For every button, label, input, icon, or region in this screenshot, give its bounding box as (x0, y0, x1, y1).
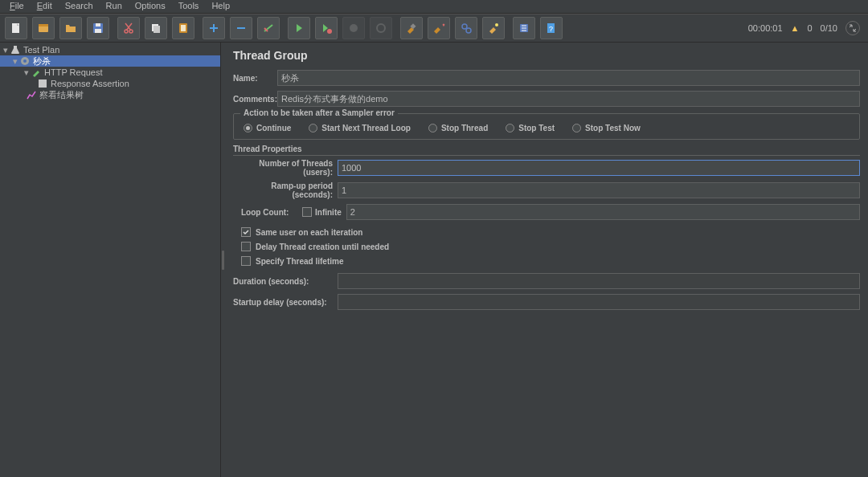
svg-point-12 (327, 29, 332, 34)
warn-count: 0 (807, 23, 812, 33)
help-button[interactable]: ? (540, 17, 563, 39)
warning-icon[interactable]: ▲ (791, 23, 800, 33)
copy-button[interactable] (145, 17, 167, 39)
twisty-icon[interactable]: ▾ (11, 56, 19, 67)
assertion-icon (37, 78, 48, 89)
save-button[interactable] (87, 17, 109, 39)
svg-rect-4 (96, 23, 100, 26)
toolbar: ? 00:00:01 ▲ 0 0/10 (0, 14, 868, 43)
flask-icon (10, 44, 21, 55)
name-input[interactable] (277, 70, 860, 86)
paste-button[interactable] (172, 17, 194, 39)
start-no-pause-button[interactable] (315, 17, 338, 39)
menu-edit[interactable]: Edit (31, 0, 59, 13)
svg-text:?: ? (549, 25, 553, 33)
ramp-up-label: Ramp-up period (seconds): (241, 181, 338, 199)
loop-count-input[interactable] (346, 204, 860, 220)
clear-button[interactable] (400, 17, 423, 39)
radio-stop-thread[interactable]: Stop Thread (428, 124, 488, 132)
add-button[interactable] (203, 17, 225, 39)
elapsed-time: 00:00:01 (748, 23, 783, 33)
duration-label: Duration (seconds): (233, 277, 338, 286)
svg-point-14 (377, 24, 385, 32)
start-button[interactable] (288, 17, 310, 39)
svg-rect-2 (39, 24, 48, 26)
sampler-error-fieldset: Action to be taken after a Sampler error… (233, 113, 860, 140)
radio-start-next[interactable]: Start Next Thread Loop (309, 124, 411, 132)
shutdown-button[interactable] (370, 17, 392, 39)
twisty-icon[interactable]: ▾ (2, 45, 10, 55)
pipette-icon (31, 67, 42, 78)
menubar: File Edit Search Run Options Tools Help (0, 0, 868, 14)
menu-help[interactable]: Help (205, 0, 236, 13)
test-tree[interactable]: ▾ Test Plan ▾ 秒杀 ▾ HTTP Request Response… (0, 43, 221, 477)
tree-http-request[interactable]: ▾ HTTP Request (0, 67, 220, 78)
same-user-checkbox[interactable]: Same user on each iteration (241, 225, 860, 239)
menu-tools[interactable]: Tools (172, 0, 206, 13)
startup-delay-label: Startup delay (seconds): (233, 298, 338, 307)
svg-rect-24 (39, 80, 47, 88)
thread-ratio: 0/10 (821, 23, 837, 33)
tree-response-assertion[interactable]: Response Assertion (0, 78, 220, 89)
reset-search-button[interactable] (482, 17, 505, 39)
search-button[interactable] (455, 17, 477, 39)
ramp-up-input[interactable] (338, 182, 860, 198)
templates-button[interactable] (32, 17, 55, 39)
loop-count-label: Loop Count: (241, 208, 297, 217)
radio-stop-test[interactable]: Stop Test (506, 124, 555, 132)
delay-create-checkbox[interactable]: Delay Thread creation until needed (241, 239, 860, 254)
comments-label: Comments: (233, 95, 277, 104)
svg-point-13 (350, 24, 358, 32)
comments-input[interactable] (277, 91, 860, 107)
svg-point-23 (23, 59, 27, 63)
specify-lifetime-checkbox[interactable]: Specify Thread lifetime (241, 254, 860, 268)
remove-button[interactable] (230, 17, 252, 39)
num-threads-label: Number of Threads (users): (241, 159, 338, 177)
twisty-icon[interactable]: ▾ (23, 67, 31, 78)
svg-point-17 (466, 28, 471, 33)
num-threads-input[interactable] (338, 160, 860, 176)
toggle-button[interactable] (257, 17, 280, 39)
clear-all-button[interactable] (428, 17, 450, 39)
svg-point-16 (462, 24, 467, 29)
svg-rect-5 (95, 29, 101, 33)
tree-test-plan[interactable]: ▾ Test Plan (0, 44, 220, 55)
cut-button[interactable] (117, 17, 140, 39)
radio-stop-test-now[interactable]: Stop Test Now (572, 124, 641, 132)
new-button[interactable] (5, 17, 27, 39)
svg-rect-9 (154, 26, 160, 33)
menu-file[interactable]: File (3, 0, 31, 13)
sampler-error-legend: Action to be taken after a Sampler error (240, 108, 398, 117)
infinite-checkbox[interactable]: Infinite (302, 205, 342, 219)
svg-point-18 (495, 23, 498, 26)
grip-icon (222, 251, 224, 270)
thread-props-header: Thread Properties (233, 145, 860, 156)
open-button[interactable] (59, 17, 82, 39)
duration-input (338, 273, 860, 289)
startup-delay-input (338, 294, 860, 310)
menu-options[interactable]: Options (129, 0, 172, 13)
expand-icon[interactable] (845, 21, 860, 35)
tree-result-tree[interactable]: 察看结果树 (0, 89, 220, 100)
radio-continue[interactable]: Continue (244, 124, 291, 132)
stop-button[interactable] (342, 17, 365, 39)
svg-rect-11 (181, 25, 186, 31)
menu-search[interactable]: Search (59, 0, 100, 13)
menu-run[interactable]: Run (100, 0, 129, 13)
gear-icon (19, 55, 31, 67)
editor-panel: Thread Group Name: Comments: Action to b… (225, 43, 868, 477)
chart-icon (26, 89, 37, 100)
function-helper-button[interactable] (513, 17, 535, 39)
split-divider[interactable] (221, 43, 225, 477)
panel-title: Thread Group (233, 49, 860, 62)
tree-thread-group[interactable]: ▾ 秒杀 (0, 55, 220, 67)
name-label: Name: (233, 74, 277, 83)
